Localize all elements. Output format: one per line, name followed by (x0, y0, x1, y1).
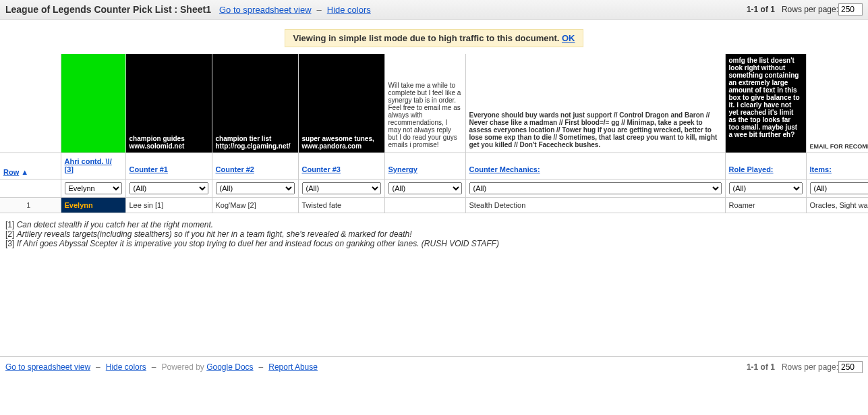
rows-per-page-label: Rows per page: (782, 5, 838, 14)
counter1-desc: champion guides www.solomid.net (125, 54, 212, 153)
column-header-row: Row ▲ Ahri contd. \l/[3] Counter #1 Coun… (0, 153, 868, 179)
google-docs-link[interactable]: Google Docs (206, 362, 253, 372)
counter2-desc: champion tier list http://rog.clgaming.n… (212, 54, 298, 153)
col-header-synergy[interactable]: Synergy (384, 153, 465, 179)
cell-synergy (384, 197, 465, 213)
data-table: champion guides www.solomid.net champion… (0, 54, 868, 213)
filter-role[interactable]: (All) (729, 182, 803, 194)
horizontal-scrollbar[interactable] (5, 345, 451, 356)
row-header[interactable]: Row ▲ (0, 153, 61, 179)
bottom-bar: Go to spreadsheet view – Hide colors – P… (0, 356, 868, 377)
pager-text: 1-1 of 1 (747, 5, 775, 14)
bottom-rpp-label: Rows per page: (782, 362, 838, 372)
separator: – (317, 5, 322, 15)
footnotes: [1] Can detect stealth if you catch her … (0, 213, 868, 255)
filter-items[interactable]: (All) (810, 182, 869, 194)
table-container: champion guides www.solomid.net champion… (0, 54, 868, 213)
filter-row: Evelynn (All) (All) (All) (All) (All) (A… (0, 179, 868, 197)
col-header-counter2[interactable]: Counter #2 (212, 153, 298, 179)
powered-by: Powered by Google Docs (161, 362, 253, 372)
filter-counter2[interactable]: (All) (216, 182, 295, 194)
col-header-role[interactable]: Role Played: (725, 153, 806, 179)
counter3-desc: super awesome tunes, www.pandora.com (298, 54, 384, 153)
filter-mechanics[interactable]: (All) (469, 182, 722, 194)
bottom-pager: 1-1 of 1 (747, 362, 775, 372)
notice-text: Viewing in simple list mode due to high … (293, 33, 562, 43)
role-desc: omfg the list doesn't look right without… (725, 54, 806, 153)
footnote-2: [2] Artilery reveals targets(including s… (5, 229, 863, 239)
hide-colors-link[interactable]: Hide colors (327, 5, 371, 15)
notice-ok-link[interactable]: OK (562, 33, 575, 43)
filter-counter1[interactable]: (All) (129, 182, 208, 194)
description-row: champion guides www.solomid.net champion… (0, 54, 868, 153)
cell-counter2: Kog'Maw [2] (212, 197, 298, 213)
empty-corner (0, 54, 61, 153)
cell-role: Roamer (725, 197, 806, 213)
notice-banner: Viewing in simple list mode due to high … (285, 29, 584, 47)
page-title: League of Legends Counter Pick List : Sh… (5, 4, 211, 15)
filter-row-blank (0, 179, 61, 197)
col-header-counter3[interactable]: Counter #3 (298, 153, 384, 179)
cell-counter1: Lee sin [1] (125, 197, 212, 213)
filter-counter3[interactable]: (All) (302, 182, 381, 194)
filter-champion[interactable]: Evelynn (65, 182, 122, 194)
cell-mechanics: Stealth Detection (465, 197, 725, 213)
cell-counter3: Twisted fate (298, 197, 384, 213)
cell-items: Oracles, Sight wards (806, 197, 868, 213)
top-bar: League of Legends Counter Pick List : Sh… (0, 0, 868, 20)
sort-arrow-icon: ▲ (21, 168, 28, 176)
report-abuse-link[interactable]: Report Abuse (268, 362, 318, 372)
table-row: 1 Evelynn Lee sin [1] Kog'Maw [2] Twiste… (0, 197, 868, 213)
green-header-cell (61, 54, 125, 153)
col-header-ahri[interactable]: Ahri contd. \l/[3] (61, 153, 125, 179)
footnote-3: [3] If Ahri goes Abyssal Scepter it is i… (5, 239, 863, 248)
bottom-go-link[interactable]: Go to spreadsheet view (5, 362, 90, 372)
notice-banner-wrap: Viewing in simple list mode due to high … (0, 20, 868, 54)
col-header-mechanics[interactable]: Counter Mechanics: (465, 153, 725, 179)
synergy-desc: Will take me a while to complete but I f… (384, 54, 465, 153)
mechanics-desc: Everyone should buy wards not just suppo… (465, 54, 725, 153)
go-to-spreadsheet-link[interactable]: Go to spreadsheet view (219, 5, 312, 15)
rows-per-page-input[interactable] (838, 3, 863, 16)
items-desc: EMAIL FOR RECOMMENDATIONS THISISMY (806, 54, 868, 153)
row-number: 1 (0, 197, 61, 213)
col-header-counter1[interactable]: Counter #1 (125, 153, 212, 179)
col-header-items[interactable]: Items: (806, 153, 868, 179)
cell-champion: Evelynn (61, 197, 125, 213)
bottom-hide-link[interactable]: Hide colors (106, 362, 146, 372)
filter-synergy[interactable]: (All) (388, 182, 462, 194)
footnote-1: [1] Can detect stealth if you catch her … (5, 220, 863, 229)
bottom-rpp-input[interactable] (838, 361, 863, 373)
